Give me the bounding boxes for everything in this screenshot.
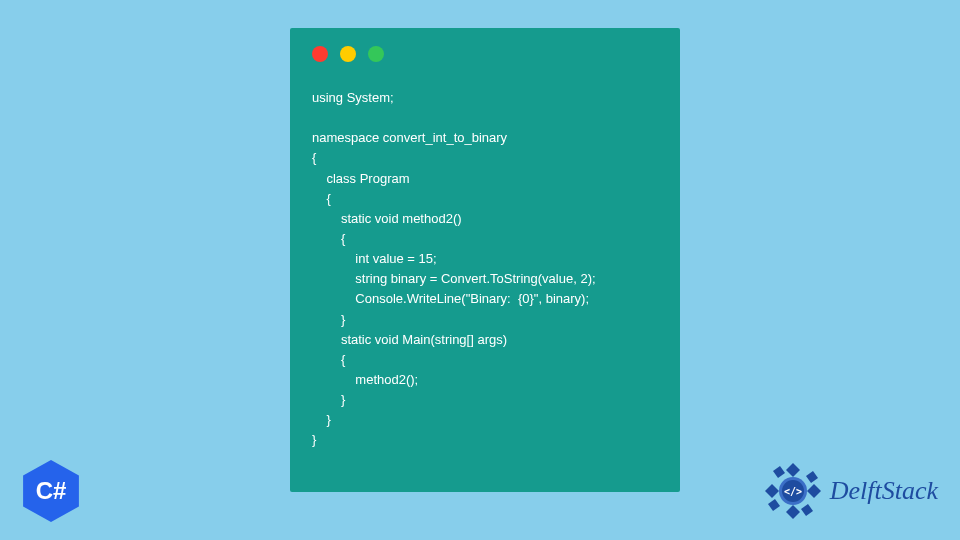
minimize-dot-icon	[340, 46, 356, 62]
csharp-label: C#	[36, 477, 67, 505]
maximize-dot-icon	[368, 46, 384, 62]
svg-text:</>: </>	[784, 486, 802, 497]
window-controls	[312, 46, 384, 62]
delftstack-label: DelftStack	[830, 476, 938, 506]
delftstack-logo: </> DelftStack	[762, 460, 938, 522]
close-dot-icon	[312, 46, 328, 62]
hexagon-icon: C#	[20, 460, 82, 522]
csharp-badge: C#	[20, 460, 82, 522]
code-window: using System; namespace convert_int_to_b…	[290, 28, 680, 492]
delftstack-emblem-icon: </>	[762, 460, 824, 522]
code-snippet: using System; namespace convert_int_to_b…	[312, 88, 662, 451]
